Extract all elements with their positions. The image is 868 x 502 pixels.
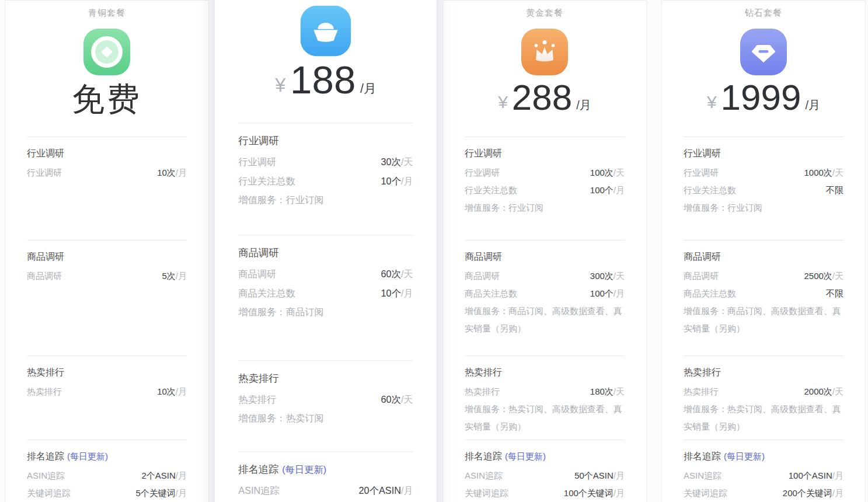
feature-label: 商品关注总数 <box>465 285 517 302</box>
feature-value-unit: /月 <box>401 485 413 496</box>
feature-value-unit: /月 <box>176 470 187 480</box>
feature-section-0: 行业调研行业调研1000次/天行业关注总数不限增值服务：行业订阅 <box>684 137 843 240</box>
feature-value-unit: /月 <box>176 386 187 396</box>
feature-row: 行业调研30次/天 <box>238 152 413 172</box>
pricing-plans-row: 青铜套餐免费行业调研行业调研10次/月商品调研商品调研5次/月热卖排行热卖排行1… <box>0 0 868 502</box>
feature-value: 100个关键词/月 <box>564 484 625 502</box>
feature-value-number: 100个 <box>590 185 613 195</box>
feature-row: ASIN追踪50个ASIN/月 <box>465 467 625 484</box>
plan-card-0[interactable]: 青铜套餐免费行业调研行业调研10次/月商品调研商品调研5次/月热卖排行热卖排行1… <box>5 0 209 502</box>
section-header-label: 行业调研 <box>27 148 64 158</box>
daily-update-link[interactable]: (每日更新) <box>282 464 326 475</box>
feature-label: 热卖排行 <box>684 383 719 400</box>
feature-value-number: 300次 <box>590 271 613 281</box>
feature-section-0: 行业调研行业调研10次/月 <box>27 137 187 240</box>
feature-value-number: 60次 <box>381 394 401 405</box>
feature-value: 2个ASIN/月 <box>141 467 187 484</box>
feature-section-2: 热卖排行热卖排行180次/天增值服务：热卖订阅、高级数据查看、真实销量（另购） <box>465 355 625 440</box>
section-header-label: 商品调研 <box>684 252 721 262</box>
feature-value-number: 100次 <box>590 168 613 177</box>
feature-section-3: 排名追踪(每日更新)ASIN追踪100个ASIN/月关键词追踪200个关键词/月 <box>684 440 843 502</box>
price-period: /月 <box>360 82 377 99</box>
plan-card-1[interactable]: ¥188/月行业调研行业调研30次/天行业关注总数10个/月增值服务：行业订阅商… <box>215 0 437 502</box>
feature-row: 商品调研5次/月 <box>27 267 187 285</box>
feature-section-0: 行业调研行业调研30次/天行业关注总数10个/月增值服务：行业订阅 <box>238 123 413 235</box>
section-header-label: 行业调研 <box>684 148 721 158</box>
value-added-services-note: 增值服务：行业订阅 <box>684 199 843 217</box>
feature-value: 100次/天 <box>590 164 625 182</box>
feature-label: ASIN追踪 <box>684 467 721 484</box>
feature-label: 热卖排行 <box>465 383 500 400</box>
feature-label: 行业关注总数 <box>684 182 736 199</box>
feature-value: 30次/天 <box>381 152 413 172</box>
section-header: 行业调研 <box>27 147 187 161</box>
feature-value-number: 10次 <box>157 386 176 396</box>
value-added-services-note: 增值服务：热卖订阅 <box>238 409 413 428</box>
plan-title: 黄金套餐 <box>465 1 625 19</box>
feature-value: 60次/天 <box>381 264 413 284</box>
diamond-gem-icon <box>740 29 787 75</box>
section-header: 行业调研 <box>238 134 413 149</box>
daily-update-link[interactable]: (每日更新) <box>724 451 765 461</box>
feature-label: 商品调研 <box>684 267 719 285</box>
feature-row: 热卖排行2000次/天 <box>684 383 843 400</box>
feature-row: 行业调研100次/天 <box>465 164 625 182</box>
daily-update-link[interactable]: (每日更新) <box>505 451 546 461</box>
feature-row: 热卖排行10次/月 <box>27 383 187 400</box>
currency-symbol: ¥ <box>275 76 285 99</box>
section-header: 热卖排行 <box>238 371 413 386</box>
section-header: 商品调研 <box>684 250 843 264</box>
section-header: 商品调研 <box>238 246 413 261</box>
feature-value: 10个/月 <box>381 172 413 191</box>
plan-title: 青铜套餐 <box>27 1 187 19</box>
section-header-label: 商品调研 <box>238 247 278 258</box>
feature-value-number: 20个ASIN <box>359 485 401 496</box>
feature-section-1: 商品调研商品调研2500次/天商品关注总数不限增值服务：商品订阅、高级数据查看、… <box>684 240 843 355</box>
feature-value-unit: /月 <box>176 271 187 281</box>
section-header-label: 排名追踪 <box>465 451 502 461</box>
price-amount: 288 <box>512 80 572 115</box>
feature-section-3: 排名追踪(每日更新)ASIN追踪20个ASIN/月关键词追踪50个关键词/月 <box>238 451 413 502</box>
price: ¥188/月 <box>238 61 413 99</box>
section-header: 行业调研 <box>684 147 843 161</box>
feature-value: 200个关键词/月 <box>783 484 843 502</box>
section-header: 排名追踪(每日更新) <box>27 449 187 463</box>
feature-value-unit: /天 <box>401 156 413 167</box>
feature-value: 100个ASIN/月 <box>789 467 843 484</box>
feature-value: 10个/月 <box>381 284 413 303</box>
feature-value-number: 10个 <box>381 175 401 186</box>
plan-card-head: ¥188/月 <box>238 0 413 123</box>
section-header: 热卖排行 <box>27 365 187 379</box>
section-header: 排名追踪(每日更新) <box>684 449 843 463</box>
section-header-label: 商品调研 <box>27 252 64 262</box>
plan-card-head: 黄金套餐¥288/月 <box>465 1 625 137</box>
feature-value-unit: /月 <box>176 168 187 177</box>
plan-card-2[interactable]: 黄金套餐¥288/月行业调研行业调研100次/天行业关注总数100个/月增值服务… <box>442 0 647 502</box>
price-period: /月 <box>576 99 591 115</box>
price: ¥1999/月 <box>684 80 843 115</box>
feature-label: 关键词追踪 <box>27 484 71 502</box>
section-header: 行业调研 <box>465 147 625 161</box>
feature-label: 行业调研 <box>238 152 276 172</box>
section-header: 排名追踪(每日更新) <box>238 462 413 477</box>
feature-value: 60次/天 <box>381 390 413 409</box>
feature-value-number: 5个关键词 <box>135 488 175 498</box>
feature-label: 关键词追踪 <box>684 484 727 502</box>
plan-card-3[interactable]: 钻石套餐¥1999/月行业调研行业调研1000次/天行业关注总数不限增值服务：行… <box>661 0 866 502</box>
feature-label: ASIN追踪 <box>238 481 280 500</box>
feature-section-2: 热卖排行热卖排行60次/天增值服务：热卖订阅 <box>238 360 413 451</box>
feature-row: 商品关注总数不限 <box>684 285 843 302</box>
feature-value-unit: /月 <box>176 488 187 498</box>
feature-value-number: 10个 <box>381 287 401 298</box>
section-header-label: 行业调研 <box>238 135 278 146</box>
price-amount: 1999 <box>721 80 801 115</box>
feature-value-number: 100个关键词 <box>564 488 613 498</box>
feature-value-number: 2000次 <box>804 386 832 396</box>
feature-value-unit: /天 <box>613 386 625 396</box>
feature-row: 商品关注总数100个/月 <box>465 285 625 302</box>
feature-label: 商品关注总数 <box>238 284 295 303</box>
feature-value-unit: /月 <box>613 288 625 298</box>
feature-label: 商品调研 <box>238 264 276 284</box>
silver-ingot-icon <box>301 6 351 57</box>
daily-update-link[interactable]: (每日更新) <box>67 451 108 461</box>
